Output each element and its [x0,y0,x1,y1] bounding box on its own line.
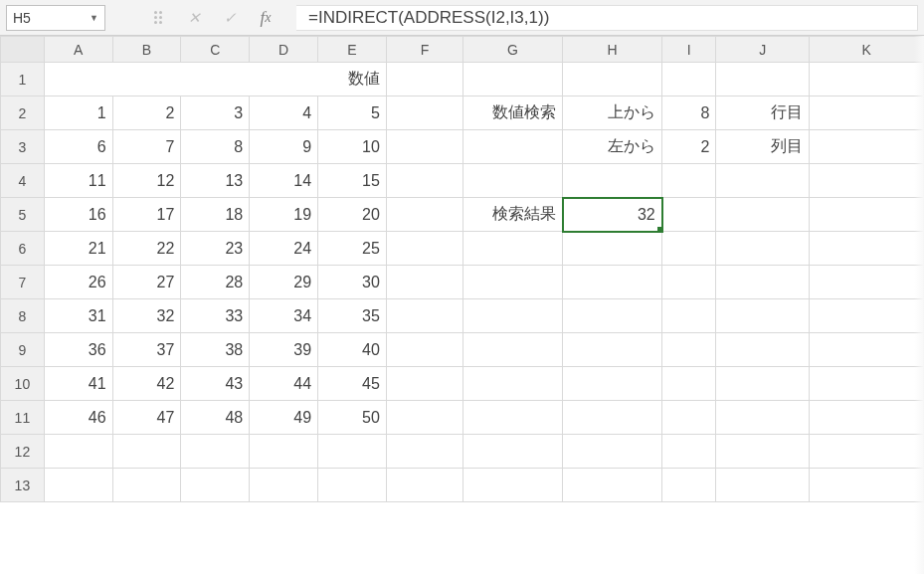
cell-I1[interactable] [662,63,716,96]
cell-J6[interactable] [716,232,810,266]
row-header-5[interactable]: 5 [1,198,45,232]
cell-C4[interactable]: 13 [181,164,250,198]
cell-C9[interactable]: 38 [181,333,250,367]
cell-E4[interactable]: 15 [318,164,387,198]
cell-G1[interactable] [463,63,563,96]
cell-K11[interactable] [810,401,924,435]
cell-B12[interactable] [112,435,181,469]
cell-G5[interactable]: 検索結果 [463,198,563,232]
cell-H11[interactable] [563,401,662,435]
cell-G13[interactable] [463,469,563,502]
cell-K9[interactable] [810,333,924,367]
cell-F1[interactable] [386,63,462,96]
cell-D6[interactable]: 24 [250,232,318,266]
cell-C13[interactable] [181,469,250,502]
col-header-D[interactable]: D [250,37,318,63]
cell-F12[interactable] [386,435,462,469]
cell-I13[interactable] [662,469,716,502]
cell-E2[interactable]: 5 [318,96,387,130]
cell-D8[interactable]: 34 [250,299,318,333]
cell-A2[interactable]: 1 [44,96,112,130]
cell-C8[interactable]: 33 [181,299,250,333]
cancel-icon[interactable]: ✕ [185,9,203,27]
cell-C10[interactable]: 43 [181,367,250,401]
cell-K13[interactable] [810,469,924,502]
cell-B10[interactable]: 42 [112,367,181,401]
cell-H2[interactable]: 上から [563,96,662,130]
cell-H7[interactable] [563,266,662,299]
cell-G10[interactable] [463,367,563,401]
cell-C12[interactable] [181,435,250,469]
cell-K8[interactable] [810,299,924,333]
cell-F2[interactable] [386,96,462,130]
cell-A12[interactable] [44,435,112,469]
cell-E6[interactable]: 25 [318,232,387,266]
cell-A8[interactable]: 31 [44,299,112,333]
cell-G2[interactable]: 数値検索 [463,96,563,130]
cell-D9[interactable]: 39 [250,333,318,367]
cell-F8[interactable] [386,299,462,333]
col-header-G[interactable]: G [463,37,563,63]
cell-B11[interactable]: 47 [112,401,181,435]
cell-K12[interactable] [810,435,924,469]
cell-I7[interactable] [662,266,716,299]
col-header-B[interactable]: B [112,37,181,63]
cell-F6[interactable] [386,232,462,266]
fx-icon[interactable]: fx [257,9,275,27]
cell-E5[interactable]: 20 [318,198,387,232]
col-header-A[interactable]: A [44,37,112,63]
chevron-down-icon[interactable]: ▼ [90,13,98,23]
cell-F5[interactable] [386,198,462,232]
cell-C5[interactable]: 18 [181,198,250,232]
row-header-8[interactable]: 8 [1,299,45,333]
cell-I9[interactable] [662,333,716,367]
col-header-J[interactable]: J [716,37,810,63]
cell-K7[interactable] [810,266,924,299]
cell-B13[interactable] [112,469,181,502]
cell-G8[interactable] [463,299,563,333]
enter-icon[interactable]: ✓ [221,9,239,27]
cell-K10[interactable] [810,367,924,401]
cell-H4[interactable] [563,164,662,198]
cell-B4[interactable]: 12 [112,164,181,198]
cell-C7[interactable]: 28 [181,266,250,299]
cell-A13[interactable] [44,469,112,502]
cell-J10[interactable] [716,367,810,401]
row-header-3[interactable]: 3 [1,130,45,164]
cell-J12[interactable] [716,435,810,469]
cell-B2[interactable]: 2 [112,96,181,130]
cell-A3[interactable]: 6 [44,130,112,164]
select-all-corner[interactable] [1,37,45,63]
cell-K5[interactable] [810,198,924,232]
row-header-9[interactable]: 9 [1,333,45,367]
cell-H6[interactable] [563,232,662,266]
cell-H5[interactable]: 32 [563,198,662,232]
cell-G9[interactable] [463,333,563,367]
cell-D7[interactable]: 29 [250,266,318,299]
cell-K2[interactable] [810,96,924,130]
cell-E10[interactable]: 45 [318,367,387,401]
cell-I11[interactable] [662,401,716,435]
cell-E3[interactable]: 10 [318,130,387,164]
cell-J11[interactable] [716,401,810,435]
cell-B6[interactable]: 22 [112,232,181,266]
col-header-E[interactable]: E [318,37,387,63]
cell-D10[interactable]: 44 [250,367,318,401]
cell-H10[interactable] [563,367,662,401]
cell-B8[interactable]: 32 [112,299,181,333]
cell-I8[interactable] [662,299,716,333]
cell-H8[interactable] [563,299,662,333]
cell-C11[interactable]: 48 [181,401,250,435]
cell-F7[interactable] [386,266,462,299]
cell-B3[interactable]: 7 [112,130,181,164]
row-header-12[interactable]: 12 [1,435,45,469]
cell-A10[interactable]: 41 [44,367,112,401]
cell-F9[interactable] [386,333,462,367]
cell-E9[interactable]: 40 [318,333,387,367]
cell-K1[interactable] [810,63,924,96]
cell-J1[interactable] [716,63,810,96]
cell-D4[interactable]: 14 [250,164,318,198]
cell-K6[interactable] [810,232,924,266]
cell-J9[interactable] [716,333,810,367]
cell-G6[interactable] [463,232,563,266]
